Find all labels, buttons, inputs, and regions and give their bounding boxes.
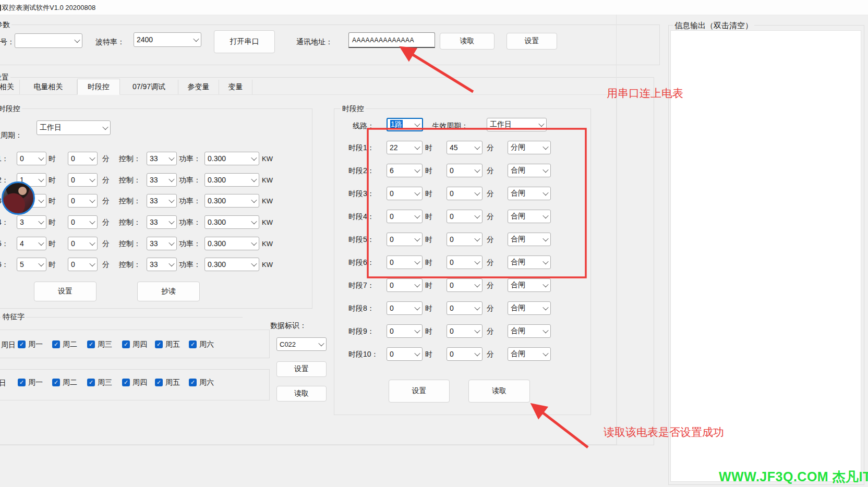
checkbox-checked-icon[interactable]: ✓ (87, 379, 95, 386)
minute-select[interactable]: 0 (447, 324, 483, 338)
minute-select[interactable]: 0 (447, 187, 483, 200)
chevron-down-icon (542, 282, 548, 287)
switch-state-select[interactable]: 合闸 (508, 347, 551, 361)
switch-state-select[interactable]: 合闸 (508, 210, 551, 223)
checkbox-checked-icon[interactable]: ✓ (18, 379, 26, 386)
hour-select[interactable]: 0 (387, 233, 423, 246)
minute-select[interactable]: 45 (447, 141, 483, 154)
baud-select[interactable]: 2400 (134, 32, 201, 47)
weekday-label: 周二 (63, 378, 77, 387)
minute-select[interactable]: 0 (447, 301, 483, 315)
control-label: 控制： (119, 154, 141, 163)
switch-state-select[interactable]: 合闸 (508, 255, 551, 269)
weekday-item[interactable]: ✓ 周六 (189, 378, 214, 387)
minute-select[interactable]: 0 (447, 164, 483, 177)
annotation-top-note: 用串口连上电表 (607, 86, 683, 101)
hour-select[interactable]: 22 (387, 141, 423, 154)
right-read-button[interactable]: 读取 (468, 380, 530, 403)
minute-select[interactable]: 0 (447, 347, 483, 361)
info-group-label[interactable]: 信息输出（双击清空） (673, 21, 754, 30)
hour-select[interactable]: 0 (387, 301, 423, 315)
chevron-down-icon (414, 213, 420, 218)
switch-state-select[interactable]: 合闸 (508, 278, 551, 292)
effective-cycle-label: 生效周期： (432, 121, 468, 130)
open-serial-button[interactable]: 打开串口 (214, 30, 275, 53)
switch-state-select[interactable]: 合闸 (508, 324, 551, 338)
minute-select[interactable]: 0 (447, 233, 483, 246)
chevron-down-icon (542, 350, 548, 356)
weekday-item[interactable]: ✓ 周一 (18, 378, 43, 387)
left-period-cycle-select[interactable]: 工作日 (37, 120, 111, 135)
right-set-button[interactable]: 设置 (389, 380, 450, 403)
minute-select[interactable]: 0 (447, 210, 483, 223)
right-period-group-label: 时段控 (341, 104, 366, 113)
serial-port-select[interactable] (15, 33, 82, 48)
minute-unit-label: 分 (487, 212, 494, 221)
hour-select[interactable]: 0 (387, 347, 423, 361)
switch-state-select[interactable]: 合闸 (508, 301, 551, 315)
effective-cycle-select[interactable]: 工作日 (487, 118, 547, 131)
chevron-down-icon (414, 167, 420, 173)
tab-param-var[interactable]: 参变量 (178, 80, 219, 94)
hour-select[interactable]: 0 (387, 255, 423, 269)
weekday-item[interactable]: ✓ 周二 (52, 378, 77, 387)
chevron-down-icon (251, 155, 257, 161)
minute-unit-label: 分 (487, 326, 494, 336)
right-period-row: 时段7： 0 时 0 分 合闸 (0, 278, 590, 292)
title-clipped-char (0, 5, 1, 11)
hour-unit-label: 时 (425, 143, 432, 152)
switch-state-select[interactable]: 合闸 (508, 187, 551, 200)
panel-divider (616, 15, 617, 444)
chevron-down-icon (542, 144, 548, 150)
switch-state-select[interactable]: 分闸 (508, 141, 551, 154)
row-label: 时段4： (348, 212, 375, 221)
switch-state-select[interactable]: 合闸 (508, 233, 551, 246)
chevron-down-icon (414, 121, 420, 127)
address-set-button[interactable]: 设置 (507, 33, 557, 50)
weekday-item[interactable]: ✓ 周四 (122, 378, 147, 387)
tab-var[interactable]: 变量 (219, 80, 252, 94)
chevron-down-icon (474, 282, 480, 287)
info-output-area[interactable] (670, 30, 861, 482)
checkbox-checked-icon[interactable]: ✓ (52, 379, 60, 386)
hour-select[interactable]: 0 (387, 210, 423, 223)
feature-set-button[interactable]: 设置 (276, 361, 327, 377)
tab-period-control[interactable]: 时段控 (77, 79, 120, 95)
chevron-down-icon (474, 144, 480, 150)
right-period-row: 时段6： 0 时 0 分 合闸 (0, 255, 590, 269)
line-select[interactable]: 1路 (387, 118, 423, 131)
checkbox-checked-icon[interactable]: ✓ (189, 379, 197, 386)
checkbox-checked-icon[interactable]: ✓ (122, 379, 130, 386)
hour-select[interactable]: 0 (387, 324, 423, 338)
hour-unit-label: 时 (49, 154, 56, 163)
hour-unit-label: 时 (425, 212, 432, 221)
weekday-item[interactable]: ✓ 周五 (155, 378, 180, 387)
address-read-button[interactable]: 读取 (440, 33, 495, 50)
minute-select[interactable]: 0 (447, 255, 483, 269)
checkbox-checked-icon[interactable]: ✓ (155, 379, 163, 386)
tab-related[interactable]: 相关 (0, 80, 20, 94)
left-period-group-label: 时段控 (0, 104, 22, 113)
serial-port-label: 号： (0, 37, 15, 46)
minute-unit-label: 分 (487, 189, 494, 198)
row-label: 时段8： (348, 303, 375, 313)
baud-label: 波特率： (95, 37, 125, 46)
chevron-down-icon (474, 190, 480, 196)
line-label: 线路： (353, 121, 375, 130)
hour-unit-label: 时 (425, 326, 432, 336)
hour-select[interactable]: 0 (387, 187, 423, 200)
chevron-down-icon (74, 37, 80, 43)
chevron-down-icon (102, 124, 108, 130)
tab-energy[interactable]: 电量相关 (20, 80, 77, 94)
feature-read-button[interactable]: 读取 (276, 386, 327, 401)
tab-0797-debug[interactable]: 07/97调试 (120, 80, 178, 94)
minute-select[interactable]: 0 (447, 278, 483, 292)
hour-select[interactable]: 6 (387, 164, 423, 177)
hour-select[interactable]: 0 (387, 278, 423, 292)
weekday-item[interactable]: ✓ 周三 (87, 378, 112, 387)
params-group-label: 参数 (0, 20, 11, 29)
chevron-down-icon (474, 259, 480, 264)
switch-state-select[interactable]: 合闸 (508, 164, 551, 177)
chevron-down-icon (474, 350, 480, 356)
address-input[interactable]: AAAAAAAAAAAAAA (348, 32, 435, 48)
